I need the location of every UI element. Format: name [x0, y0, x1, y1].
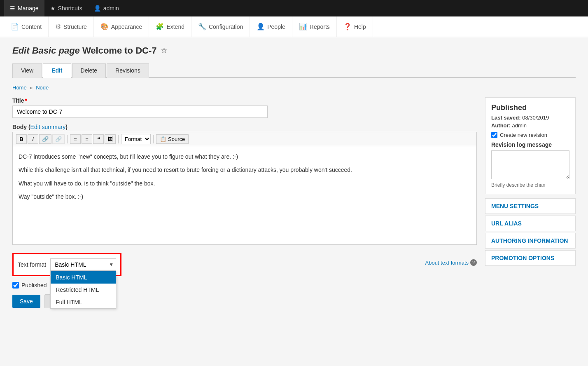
body-line-4: Way "outside" the box. :-)	[19, 192, 471, 201]
sidebar-create-revision-row: Create new revision	[491, 132, 569, 138]
tab-revisions[interactable]: Revisions	[107, 63, 149, 78]
save-button[interactable]: Save	[12, 295, 40, 308]
tab-delete[interactable]: Delete	[72, 63, 106, 78]
revision-log-textarea[interactable]	[491, 150, 569, 179]
body-line-1: DC-7 introduces some "new" concepts, but…	[19, 152, 471, 161]
nav-people-label: People	[267, 23, 285, 30]
shortcuts-button[interactable]: ★ Shortcuts	[44, 0, 88, 16]
format-select-wrapper: Basic HTML ▼ Basic HTML Restricted HTML …	[50, 258, 116, 271]
italic-button[interactable]: I	[28, 134, 38, 144]
people-icon: 👤	[257, 23, 265, 30]
menu-settings-link[interactable]: MENU SETTINGS	[485, 198, 576, 214]
manage-label: Manage	[18, 5, 39, 12]
ordered-list-button[interactable]: ≡	[82, 134, 92, 144]
editor-body[interactable]: DC-7 introduces some "new" concepts, but…	[12, 146, 477, 245]
nav-extend-label: Extend	[166, 23, 184, 30]
page-tabs: View Edit Delete Revisions	[12, 63, 576, 78]
text-format-row-container: Text format Basic HTML ▼ Basic HTML Rest…	[12, 249, 477, 276]
page-title-name: Welcome to DC-7	[82, 45, 157, 56]
page-title: Edit Basic page Welcome to DC-7 ☆	[12, 45, 576, 56]
blockquote-button[interactable]: ❝	[93, 134, 104, 144]
about-formats-container: About text formats ?	[425, 259, 477, 266]
nav-structure-label: Structure	[63, 23, 87, 30]
help-circle-icon[interactable]: ?	[470, 259, 477, 266]
nav-appearance[interactable]: 🎨 Appearance	[94, 16, 149, 37]
create-revision-checkbox[interactable]	[491, 132, 497, 138]
extend-icon: 🧩	[156, 23, 164, 30]
configuration-icon: 🔧	[198, 23, 206, 30]
unlink-button[interactable]: 🔗	[52, 134, 65, 144]
format-dropdown-select[interactable]: Format	[121, 134, 151, 144]
breadcrumb-node[interactable]: Node	[36, 84, 49, 91]
required-indicator: *	[25, 97, 27, 104]
help-icon: ❓	[343, 23, 352, 30]
unordered-list-button[interactable]: ≡	[70, 134, 81, 144]
published-checkbox[interactable]	[12, 282, 19, 289]
appearance-icon: 🎨	[100, 23, 109, 30]
star-icon: ★	[50, 5, 56, 12]
format-option-restricted-html[interactable]: Restricted HTML	[51, 284, 116, 296]
text-format-label: Text format	[18, 261, 46, 268]
sidebar-author: Author: admin	[491, 122, 569, 129]
tab-edit[interactable]: Edit	[43, 63, 71, 78]
nav-content[interactable]: 📄 Content	[4, 16, 49, 37]
nav-configuration-label: Configuration	[209, 23, 243, 30]
text-format-section: Text format Basic HTML ▼ Basic HTML Rest…	[12, 253, 121, 276]
source-icon: 📋	[160, 136, 166, 142]
format-option-full-html[interactable]: Full HTML	[51, 296, 116, 308]
manage-button[interactable]: ☰ Manage	[4, 0, 44, 16]
breadcrumb-home[interactable]: Home	[12, 84, 27, 91]
toolbar-separator-2	[118, 135, 119, 143]
breadcrumb: Home » Node	[12, 84, 576, 91]
authoring-information-link[interactable]: AUTHORING INFORMATION	[485, 233, 576, 249]
toolbar-separator	[67, 135, 68, 143]
tab-view[interactable]: View	[12, 63, 42, 78]
text-format-controls: Text format Basic HTML ▼ Basic HTML Rest…	[18, 258, 116, 271]
title-field-label: Title*	[12, 97, 477, 104]
published-checkbox-label: Published	[21, 282, 47, 289]
user-icon: 👤	[94, 5, 101, 12]
sidebar-status-label: Published	[491, 103, 569, 112]
sidebar-last-saved: Last saved: 08/30/2019	[491, 115, 569, 121]
nav-help[interactable]: ❓ Help	[337, 16, 373, 37]
nav-appearance-label: Appearance	[111, 23, 142, 30]
title-input[interactable]	[12, 106, 268, 118]
content-icon: 📄	[11, 23, 19, 30]
text-format-select[interactable]: Basic HTML	[50, 258, 116, 271]
nav-people[interactable]: 👤 People	[250, 16, 292, 37]
form-area: Title* Body (Edit summary) B I 🔗 🔗 ≡ ≡ ❝…	[12, 97, 477, 308]
nav-structure[interactable]: ⚙ Structure	[49, 16, 94, 37]
body-line-2: While this challenge isn't all that tech…	[19, 165, 471, 174]
admin-user-button[interactable]: 👤 admin	[88, 0, 125, 16]
image-button[interactable]: 🖼	[105, 134, 116, 144]
source-button[interactable]: 📋 Source	[156, 134, 189, 144]
sidebar: Published Last saved: 08/30/2019 Author:…	[485, 97, 576, 308]
create-revision-label: Create new revision	[500, 132, 547, 138]
page-title-prefix: Edit Basic page	[12, 45, 80, 56]
toolbar-separator-3	[153, 135, 154, 143]
nav-configuration[interactable]: 🔧 Configuration	[191, 16, 250, 37]
url-alias-link[interactable]: URL ALIAS	[485, 216, 576, 231]
body-field-label: Body (Edit summary)	[12, 124, 477, 130]
page-content: Edit Basic page Welcome to DC-7 ☆ View E…	[0, 37, 588, 366]
shortcuts-label: Shortcuts	[58, 5, 82, 12]
bookmark-star-icon[interactable]: ☆	[161, 46, 167, 55]
sidebar-author-value: admin	[512, 122, 527, 129]
format-option-basic-html[interactable]: Basic HTML	[51, 271, 116, 284]
structure-icon: ⚙	[55, 23, 61, 30]
bold-button[interactable]: B	[16, 134, 27, 144]
reports-icon: 📊	[299, 23, 307, 30]
editor-toolbar: B I 🔗 🔗 ≡ ≡ ❝ 🖼 Format 📋 Source	[12, 132, 477, 146]
sidebar-publish-box: Published Last saved: 08/30/2019 Author:…	[485, 97, 576, 194]
nav-reports[interactable]: 📊 Reports	[292, 16, 337, 37]
main-layout: Title* Body (Edit summary) B I 🔗 🔗 ≡ ≡ ❝…	[12, 97, 576, 308]
revision-log-label: Revision log message	[491, 141, 569, 148]
edit-summary-link[interactable]: Edit summary	[30, 124, 66, 130]
about-text-formats-link[interactable]: About text formats	[425, 260, 469, 266]
promotion-options-link[interactable]: PROMOTION OPTIONS	[485, 250, 576, 266]
link-button[interactable]: 🔗	[39, 134, 51, 144]
nav-extend[interactable]: 🧩 Extend	[149, 16, 191, 37]
sidebar-last-saved-value: 08/30/2019	[522, 115, 549, 121]
nav-content-label: Content	[21, 23, 42, 30]
format-dropdown-menu: Basic HTML Restricted HTML Full HTML	[50, 271, 116, 309]
